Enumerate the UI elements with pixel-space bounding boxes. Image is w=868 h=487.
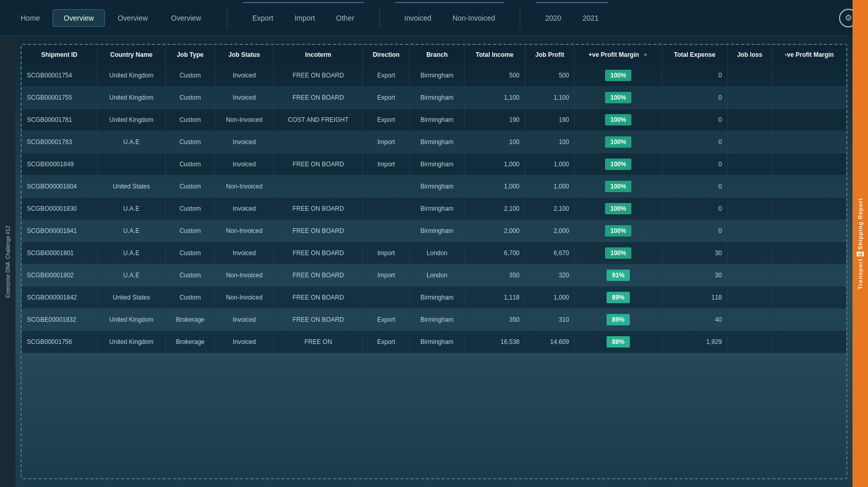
cell-job-profit: 100: [525, 131, 575, 153]
cell-neg-profit-margin: [772, 109, 846, 131]
col-header-job-loss[interactable]: Job loss: [727, 45, 772, 65]
filter-other[interactable]: Other: [327, 10, 364, 26]
cell-incoterm: [274, 176, 363, 198]
col-header-job-profit[interactable]: Job Profit: [525, 45, 575, 65]
filter-export[interactable]: Export: [243, 10, 282, 26]
cell-job-type: Custom: [166, 242, 215, 264]
cell-shipment-id: SCGBI00001849: [22, 153, 97, 176]
cell-direction: [363, 220, 410, 242]
cell-branch: Birmingham: [410, 87, 464, 109]
cell-neg-profit-margin: [772, 65, 846, 87]
col-header-total-expense[interactable]: Total Expense: [662, 45, 727, 65]
cell-total-income: 16,538: [464, 331, 525, 353]
cell-total-expense: 0: [662, 87, 727, 109]
cell-country-name: U.A.E: [97, 198, 166, 220]
cell-neg-profit-margin: [772, 242, 846, 264]
filter-non-invoiced[interactable]: Non-Invoiced: [443, 10, 505, 26]
table-row: SCGB00001756 United Kingdom Brokerage In…: [22, 331, 846, 353]
filter-year-2020[interactable]: 2020: [536, 10, 570, 26]
cell-job-status: Non-Invoiced: [215, 176, 274, 198]
col-header-job-type[interactable]: Job Type: [166, 45, 215, 65]
profit-badge: 100%: [605, 203, 631, 214]
cell-neg-profit-margin: [772, 176, 846, 198]
table-container[interactable]: Shipment ID Country Name Job Type Job St…: [22, 45, 846, 478]
cell-job-loss: [727, 153, 772, 176]
cell-job-profit: 1,000: [525, 153, 575, 176]
cell-job-profit: 1,100: [525, 87, 575, 109]
cell-incoterm: FREE ON BOARD: [274, 65, 363, 87]
cell-job-status: Invoiced: [215, 153, 274, 176]
cell-job-profit: 6,670: [525, 242, 575, 264]
cell-total-income: 2,000: [464, 220, 525, 242]
cell-country-name: United Kingdom: [97, 109, 166, 131]
cell-branch: Birmingham: [410, 153, 464, 176]
cell-job-loss: [727, 87, 772, 109]
cell-branch: Birmingham: [410, 287, 464, 309]
col-header-job-status[interactable]: Job Status: [215, 45, 274, 65]
filter-year-2021[interactable]: 2021: [573, 10, 608, 26]
table-row: SCGBO00001830 U.A.E Custom Invoiced FREE…: [22, 198, 846, 220]
cell-job-profit: 2,000: [525, 220, 575, 242]
cell-country-name: U.A.E: [97, 264, 166, 287]
cell-neg-profit-margin: [772, 87, 846, 109]
cell-branch: Birmingham: [410, 109, 464, 131]
cell-total-income: 190: [464, 109, 525, 131]
cell-branch: Birmingham: [410, 131, 464, 153]
cell-job-status: Invoiced: [215, 131, 274, 153]
col-header-incoterm[interactable]: Incoterm: [274, 45, 363, 65]
cell-job-profit: 2,100: [525, 198, 575, 220]
cell-shipment-id: SCGBE00001832: [22, 309, 97, 331]
cell-job-status: Invoiced: [215, 309, 274, 331]
tab-overview-2[interactable]: Overview: [107, 10, 158, 26]
cell-incoterm: COST AND FREIGHT: [274, 109, 363, 131]
cell-job-type: Custom: [166, 153, 215, 176]
col-header-total-income[interactable]: Total Income: [464, 45, 525, 65]
cell-incoterm: FREE ON: [274, 331, 363, 353]
cell-country-name: United Kingdom: [97, 309, 166, 331]
cell-country-name: United Kingdom: [97, 87, 166, 109]
cell-pos-profit-margin: 100%: [575, 220, 662, 242]
tab-overview-3[interactable]: Overview: [161, 10, 211, 26]
cell-pos-profit-margin: 100%: [575, 131, 662, 153]
col-header-direction[interactable]: Direction: [363, 45, 410, 65]
col-header-pos-profit-margin[interactable]: +ve Profit Margin ▼: [575, 45, 662, 65]
filter-invoiced[interactable]: Invoiced: [395, 10, 441, 26]
cell-job-type: Custom: [166, 287, 215, 309]
cell-shipment-id: SCGBO00001842: [22, 287, 97, 309]
cell-pos-profit-margin: 100%: [575, 87, 662, 109]
cell-neg-profit-margin: [772, 331, 846, 353]
cell-job-loss: [727, 198, 772, 220]
cell-total-expense: 30: [662, 242, 727, 264]
col-header-neg-profit-margin[interactable]: -ve Profit Margin: [772, 45, 846, 65]
cell-incoterm: FREE ON BOARD: [274, 287, 363, 309]
cell-pos-profit-margin: 100%: [575, 109, 662, 131]
cell-branch: London: [410, 264, 464, 287]
col-header-branch[interactable]: Branch: [410, 45, 464, 65]
cell-shipment-id: SCGBI00001801: [22, 242, 97, 264]
cell-total-income: 1,118: [464, 287, 525, 309]
filter-import[interactable]: Import: [285, 10, 324, 26]
cell-neg-profit-margin: [772, 220, 846, 242]
cell-direction: Import: [363, 131, 410, 153]
cell-branch: Birmingham: [410, 65, 464, 87]
left-label: Challenge #12 Enterprise DNA: [0, 36, 16, 487]
col-header-shipment-id[interactable]: Shipment ID: [22, 45, 97, 65]
cell-total-income: 500: [464, 65, 525, 87]
cell-incoterm: FREE ON BOARD: [274, 220, 363, 242]
table-row: SCGBI00001849 Custom Invoiced FREE ON BO…: [22, 153, 846, 176]
cell-pos-profit-margin: 88%: [575, 331, 662, 353]
cell-incoterm: FREE ON BOARD: [274, 309, 363, 331]
cell-country-name: United Kingdom: [97, 331, 166, 353]
cell-job-type: Custom: [166, 109, 215, 131]
cell-incoterm: FREE ON BOARD: [274, 87, 363, 109]
cell-shipment-id: SCGB00001756: [22, 331, 97, 353]
table-row: SCGBO00001804 United States Custom Non-I…: [22, 176, 846, 198]
tab-home[interactable]: Home: [10, 10, 50, 26]
cell-direction: [363, 287, 410, 309]
col-header-country-name[interactable]: Country Name: [97, 45, 166, 65]
cell-branch: Birmingham: [410, 331, 464, 353]
tab-overview-1[interactable]: Overview: [53, 9, 104, 27]
profit-badge: 100%: [605, 114, 631, 125]
cell-job-loss: [727, 176, 772, 198]
profit-badge: 89%: [607, 314, 630, 325]
